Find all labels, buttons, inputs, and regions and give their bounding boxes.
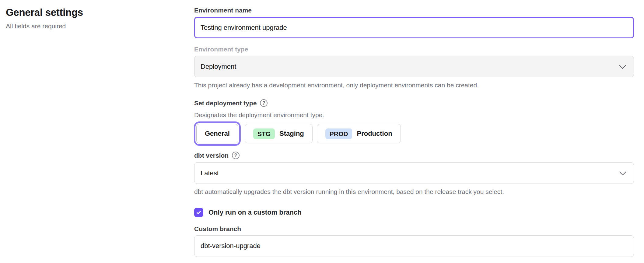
deployment-type-label: Set deployment type — [194, 100, 257, 107]
environment-type-help: This project already has a development e… — [194, 81, 634, 89]
page-subtitle: All fields are required — [6, 23, 194, 30]
custom-branch-checkbox[interactable] — [194, 208, 203, 217]
production-option-label: Production — [357, 130, 392, 138]
page-title: General settings — [6, 7, 194, 18]
checkmark-icon — [196, 210, 201, 215]
deployment-type-option-production[interactable]: PROD Production — [317, 124, 401, 143]
custom-branch-label: Custom branch — [194, 225, 634, 232]
general-settings-page: General settings All fields are required… — [0, 0, 644, 257]
dbt-version-value: Latest — [201, 169, 219, 177]
settings-form: Environment name Environment type Deploy… — [194, 7, 634, 257]
question-mark-icon[interactable]: ? — [260, 99, 268, 107]
dbt-version-help: dbt automatically upgrades the dbt versi… — [194, 188, 634, 196]
stg-badge: STG — [253, 128, 275, 139]
deployment-type-label-row: Set deployment type ? — [194, 99, 634, 107]
deployment-type-section: Set deployment type ? Designates the dep… — [194, 99, 634, 143]
deployment-type-option-staging[interactable]: STG Staging — [245, 124, 313, 143]
settings-header: General settings All fields are required — [6, 7, 194, 257]
chevron-down-icon — [619, 62, 626, 69]
custom-branch-group: Custom branch — [194, 225, 634, 257]
environment-name-group: Environment name — [194, 7, 634, 38]
environment-type-value: Deployment — [201, 63, 236, 71]
environment-type-group: Environment type Deployment This project… — [194, 46, 634, 89]
deployment-type-options: General STG Staging PROD Production — [194, 124, 634, 143]
dbt-version-label-row: dbt version ? — [194, 152, 634, 159]
deployment-type-help: Designates the deployment environment ty… — [194, 111, 634, 119]
environment-name-input[interactable] — [194, 17, 634, 38]
prod-badge: PROD — [325, 128, 352, 139]
staging-option-label: Staging — [279, 130, 304, 138]
environment-type-label: Environment type — [194, 46, 634, 53]
environment-type-select[interactable]: Deployment — [194, 56, 634, 77]
dbt-version-label: dbt version — [194, 152, 229, 159]
deployment-type-option-general[interactable]: General — [196, 124, 238, 143]
environment-name-label: Environment name — [194, 7, 634, 14]
custom-branch-checkbox-label[interactable]: Only run on a custom branch — [208, 209, 302, 216]
custom-branch-input[interactable] — [194, 235, 634, 257]
dbt-version-select[interactable]: Latest — [194, 162, 634, 184]
custom-branch-toggle-row: Only run on a custom branch — [194, 208, 634, 217]
dbt-version-group: dbt version ? Latest dbt automatically u… — [194, 152, 634, 196]
chevron-down-icon — [619, 169, 626, 176]
question-mark-icon[interactable]: ? — [232, 152, 240, 159]
general-option-label: General — [205, 130, 230, 138]
